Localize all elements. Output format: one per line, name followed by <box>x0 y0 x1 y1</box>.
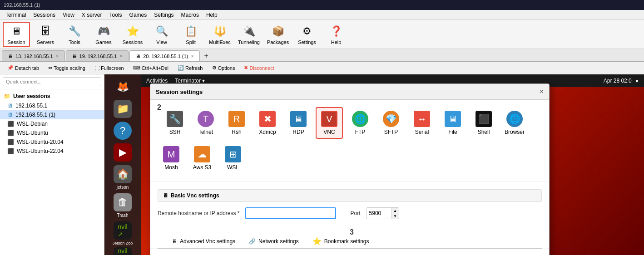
tab-bookmark-settings[interactable]: ⭐ Bookmark settings <box>306 234 376 248</box>
tab-19-close[interactable]: × <box>119 53 123 59</box>
new-tab-button[interactable]: + <box>201 50 212 61</box>
sidebar-item-wsl-debian[interactable]: ⬛ WSL-Debian <box>0 119 104 128</box>
toolbar-view-button[interactable]: 🔍 View <box>148 22 175 47</box>
menu-view[interactable]: View <box>59 11 78 19</box>
badge-2: 2 <box>157 103 161 112</box>
sidebar-item-wsl-ubuntu20[interactable]: ⬛ WSL-Ubuntu-20.04 <box>0 137 104 147</box>
basic-vnc-section-header[interactable]: 🖥 Basic Vnc settings <box>158 189 542 202</box>
settings-content: 🖥 Basic Vnc settings Remote hostname or … <box>150 182 549 230</box>
protocol-vnc-label: VNC <box>323 129 335 135</box>
toolbar-sessions-button[interactable]: ⭐ Sessions <box>119 22 146 47</box>
quick-connect-input[interactable] <box>3 77 101 86</box>
help-icon: ❓ <box>329 24 343 39</box>
sidebar-item-192-1[interactable]: 🖥 192.168.55.1 <box>0 101 104 110</box>
options-icon: ⚙ <box>212 65 217 71</box>
protocol-vnc[interactable]: V VNC <box>316 107 343 139</box>
menu-tools[interactable]: Tools <box>106 11 126 19</box>
protocol-sftp[interactable]: 💎 SFTP <box>377 107 405 139</box>
protocol-shell[interactable]: ⬛ Shell <box>470 107 497 139</box>
detach-tab-button[interactable]: 📌 Detach tab <box>4 64 43 72</box>
sidebar-item-label: 192.168.55.1 <box>15 103 47 109</box>
dock-jetson-dev[interactable]: nvil↗ Jetson Developer Zone <box>109 249 136 255</box>
dock-firefox[interactable]: 🦊 <box>109 78 136 96</box>
tab-13[interactable]: 🖥 13. 192.168.55.1 × <box>2 50 65 61</box>
port-increment-button[interactable]: ▲ <box>391 208 399 213</box>
sftp-icon: 💎 <box>383 111 399 127</box>
protocol-rdp[interactable]: 🖥 RDP <box>285 107 312 139</box>
dialog-title: Session settings <box>156 88 203 95</box>
jetson-zoo-icon: nvil↗ <box>114 221 132 240</box>
dock-jetson-zoo[interactable]: nvil↗ Jetson Zoo <box>109 221 136 245</box>
tab-19-icon: 🖥 <box>72 54 77 59</box>
protocol-ftp[interactable]: 🌐 FTP <box>347 107 374 139</box>
jetson-icon: 🏠 <box>114 165 132 183</box>
protocol-wsl[interactable]: ⊞ WSL <box>219 142 247 174</box>
menu-sessions[interactable]: Sessions <box>30 11 59 19</box>
tab-13-icon: 🖥 <box>8 54 13 59</box>
tab-20[interactable]: 🖥 20. 192.168.55.1 (1) × <box>129 50 200 61</box>
protocol-browser[interactable]: 🌐 Browser <box>501 107 528 139</box>
dialog-close-button[interactable]: × <box>540 88 544 96</box>
toolbar-tools-button[interactable]: 🔧 Tools <box>61 22 88 47</box>
session-icon: 🖥 <box>9 24 24 39</box>
port-decrement-button[interactable]: ▼ <box>391 213 399 219</box>
toolbar-servers-button[interactable]: 🗄 Servers <box>32 22 59 47</box>
games-icon: 🎮 <box>96 24 111 39</box>
protocol-aws[interactable]: ☁ Aws S3 <box>188 142 216 174</box>
protocol-xdmcp[interactable]: ✖ Xdmcp <box>254 107 281 139</box>
ctrlaltdel-button[interactable]: ⌨ Ctrl+Alt+Del <box>129 64 172 72</box>
activities-label[interactable]: Activities <box>146 78 168 84</box>
dock-trash[interactable]: 🗑 Trash <box>109 193 136 218</box>
protocol-ssh[interactable]: 🔧 SSH <box>161 107 188 139</box>
dock-help[interactable]: ? <box>109 122 136 140</box>
menu-games[interactable]: Games <box>126 11 151 19</box>
toggle-scaling-button[interactable]: ⇔ Toggle scaling <box>45 64 89 72</box>
protocol-file[interactable]: 🖥 File <box>439 107 466 139</box>
toolbar-games-button[interactable]: 🎮 Games <box>90 22 117 47</box>
menu-terminal[interactable]: Terminal <box>2 11 30 19</box>
terminator-label[interactable]: Terminator ▾ <box>175 78 205 84</box>
protocol-serial[interactable]: ↔ Serial <box>408 107 436 139</box>
sidebar-item-wsl-ubuntu22[interactable]: ⬛ WSL-Ubuntu-22.04 <box>0 147 104 156</box>
dock-files[interactable]: 📁 <box>109 100 136 118</box>
telnet-icon: T <box>198 111 214 127</box>
fullscreen-button[interactable]: ⛶ Fullscreen <box>91 64 128 72</box>
menu-help[interactable]: Help <box>203 11 221 19</box>
bookmark-icon: ⭐ <box>312 237 322 245</box>
tab-bar: 🖥 13. 192.168.55.1 × 🖥 19. 192.168.55.1 … <box>0 49 644 62</box>
toolbar-session-button[interactable]: 🖥 Session <box>3 22 30 47</box>
menu-macros[interactable]: Macros <box>178 11 203 19</box>
protocol-telnet[interactable]: T Telnet <box>192 107 219 139</box>
port-input[interactable] <box>367 208 391 218</box>
tab-advanced-vnc[interactable]: 🖥 Advanced Vnc settings <box>165 234 242 248</box>
protocol-rsh[interactable]: R Rsh <box>223 107 250 139</box>
topbar-time: Apr 28 02:0 <box>604 78 632 84</box>
tab-20-close[interactable]: × <box>191 53 194 59</box>
menu-xserver[interactable]: X server <box>78 11 106 19</box>
sidebar-user-sessions-header[interactable]: 📁 User sessions <box>0 91 104 101</box>
menu-settings[interactable]: Settings <box>150 11 177 19</box>
refresh-button[interactable]: 🔄 Refresh <box>174 64 207 72</box>
tab-19[interactable]: 🖥 19. 192.168.55.1 × <box>66 50 129 61</box>
toolbar-packages-button[interactable]: 📦 Packages <box>264 22 292 47</box>
protocol-mosh[interactable]: M Mosh <box>158 142 185 174</box>
toolbar-settings-button[interactable]: ⚙ Settings <box>293 22 321 47</box>
network-label: Network settings <box>258 238 299 245</box>
toolbar-help-button[interactable]: ❓ Help <box>322 22 350 47</box>
toolbar-settings-label: Settings <box>298 39 316 45</box>
remote-host-input[interactable] <box>245 207 336 219</box>
options-button[interactable]: ⚙ Options <box>208 64 239 72</box>
toolbar-tunneling-button[interactable]: 🔌 Tunneling <box>235 22 263 47</box>
toolbar-help-label: Help <box>331 39 342 45</box>
tab-13-close[interactable]: × <box>56 53 59 59</box>
toolbar-multiexec-button[interactable]: 🔱 MultiExec <box>206 22 233 47</box>
dock-jetson[interactable]: 🏠 jetson <box>109 165 136 190</box>
disconnect-button[interactable]: ✖ Disconnect <box>240 64 277 72</box>
wsl-debian-icon: ⬛ <box>7 121 14 127</box>
toolbar-split-button[interactable]: 📋 Split <box>177 22 204 47</box>
dock-terminal[interactable]: ▶ <box>109 143 136 162</box>
tab-network-settings[interactable]: 🔗 Network settings <box>242 234 306 248</box>
sidebar-item-wsl-ubuntu[interactable]: ⬛ WSL-Ubuntu <box>0 128 104 137</box>
sidebar-item-192-1b[interactable]: 🖥 192.168.55.1 (1) <box>0 110 104 119</box>
protocol-rsh-label: Rsh <box>232 129 241 135</box>
